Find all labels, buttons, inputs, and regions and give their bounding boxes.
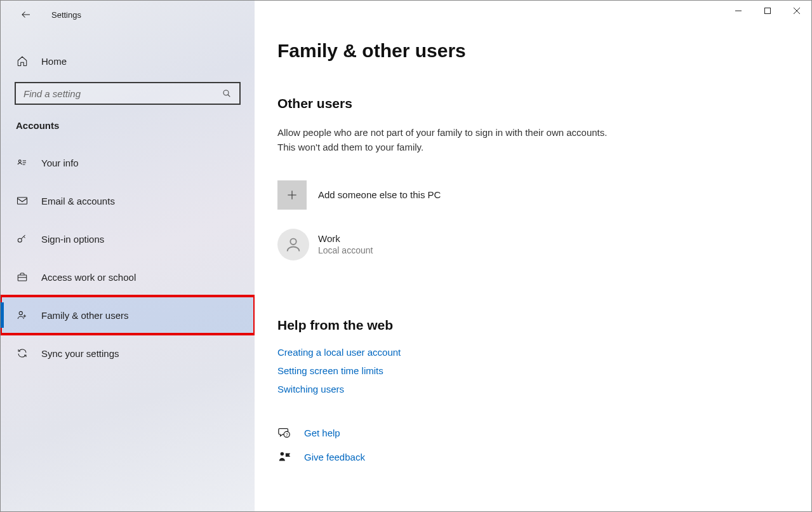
- sidebar-item-label: Sync your settings: [41, 348, 119, 359]
- svg-rect-6: [765, 8, 771, 14]
- user-name: Work: [318, 233, 373, 244]
- page-title: Family & other users: [277, 40, 789, 62]
- user-subtitle: Local account: [318, 245, 373, 255]
- sidebar-item-label: Your info: [41, 158, 79, 168]
- help-link-screen-time[interactable]: Setting screen time limits: [277, 365, 789, 376]
- svg-point-5: [19, 311, 22, 314]
- get-help-link[interactable]: ? Get help: [277, 426, 789, 440]
- briefcase-icon: [16, 271, 29, 283]
- give-feedback-label: Give feedback: [304, 452, 365, 462]
- feedback-icon: [277, 450, 295, 464]
- sidebar-item-your-info[interactable]: Your info: [1, 144, 255, 182]
- user-avatar-icon: [277, 229, 309, 260]
- mail-icon: [16, 195, 29, 206]
- svg-point-7: [290, 238, 296, 244]
- other-users-heading: Other users: [277, 96, 789, 111]
- sidebar-item-label: Family & other users: [41, 310, 129, 321]
- user-entry[interactable]: Work Local account: [277, 229, 789, 260]
- sidebar-item-access-work-school[interactable]: Access work or school: [1, 258, 255, 296]
- maximize-button[interactable]: [753, 1, 782, 21]
- family-icon: [16, 309, 29, 321]
- other-users-description: Allow people who are not part of your fa…: [277, 125, 620, 155]
- give-feedback-link[interactable]: Give feedback: [277, 450, 789, 464]
- svg-point-0: [223, 90, 229, 95]
- help-link-create-local-account[interactable]: Creating a local user account: [277, 347, 789, 358]
- help-chat-icon: ?: [277, 426, 295, 440]
- svg-point-10: [281, 452, 284, 455]
- minimize-button[interactable]: [724, 1, 753, 21]
- sidebar-item-label: Access work or school: [41, 272, 136, 283]
- sidebar-item-label: Sign-in options: [41, 234, 104, 245]
- key-icon: [16, 233, 29, 245]
- home-label: Home: [41, 56, 67, 67]
- close-button[interactable]: [782, 1, 811, 21]
- svg-rect-4: [18, 275, 27, 281]
- search-box[interactable]: [15, 82, 241, 105]
- get-help-label: Get help: [304, 428, 340, 438]
- search-icon: [222, 88, 232, 98]
- sidebar-section-heading: Accounts: [1, 105, 255, 144]
- sidebar-item-family-other-users[interactable]: Family & other users: [1, 296, 255, 334]
- sidebar-item-label: Email & accounts: [41, 196, 115, 206]
- plus-icon: [277, 180, 307, 210]
- user-card-icon: [16, 157, 29, 168]
- window-title: Settings: [51, 10, 81, 20]
- help-heading: Help from the web: [277, 318, 789, 333]
- svg-point-1: [18, 160, 21, 163]
- svg-rect-2: [18, 198, 27, 205]
- add-user-button[interactable]: Add someone else to this PC: [277, 180, 789, 210]
- svg-point-3: [18, 238, 22, 242]
- home-icon: [16, 55, 29, 67]
- sidebar-item-sign-in-options[interactable]: Sign-in options: [1, 220, 255, 258]
- back-button[interactable]: [16, 4, 36, 25]
- help-link-switching-users[interactable]: Switching users: [277, 384, 789, 394]
- add-user-label: Add someone else to this PC: [318, 189, 441, 200]
- svg-text:?: ?: [286, 432, 288, 436]
- search-input[interactable]: [23, 88, 222, 99]
- sync-icon: [16, 347, 29, 359]
- sidebar-item-sync-settings[interactable]: Sync your settings: [1, 334, 255, 372]
- home-nav[interactable]: Home: [1, 49, 255, 73]
- sidebar-item-email-accounts[interactable]: Email & accounts: [1, 182, 255, 220]
